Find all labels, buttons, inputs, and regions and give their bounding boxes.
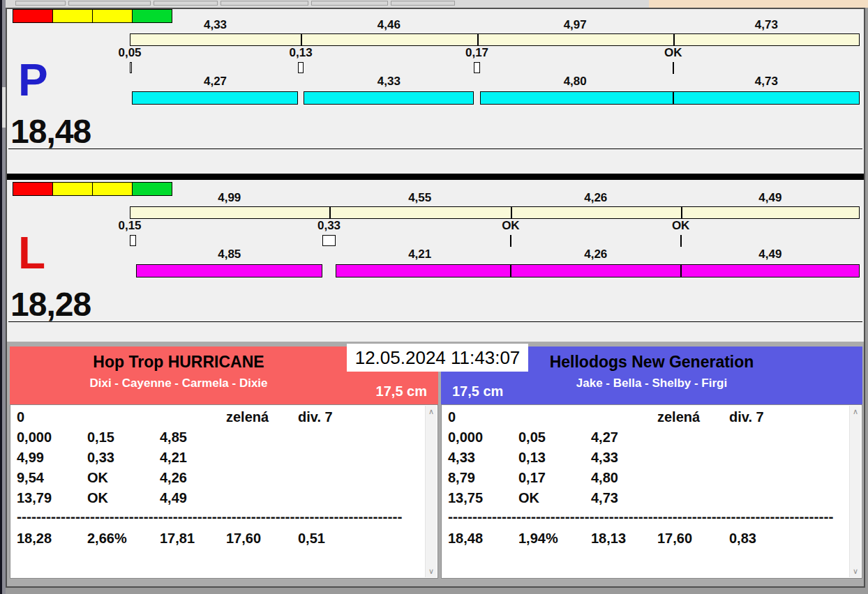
result-cell: OK: [518, 488, 591, 508]
result-cell: zelená: [226, 407, 298, 427]
lane-bar-zone: 4,334,464,974,730,050,130,17OK4,274,334,…: [130, 19, 860, 109]
change-fault-label: OK: [664, 47, 682, 59]
result-cell: 4,80: [591, 468, 657, 488]
result-cell: 0,13: [518, 448, 591, 468]
result-cell: OK: [87, 468, 160, 488]
result-row: 0zelenádiv. 7: [448, 407, 846, 427]
jump-height: 17,5 cm: [376, 383, 427, 399]
result-cell: [657, 468, 729, 488]
traffic-light-box: [92, 9, 133, 23]
totals-row: 18,481,94%18,1317,600,83: [448, 528, 846, 549]
totals-cell: 17,60: [657, 528, 729, 549]
net-time-label: 4,33: [377, 75, 401, 87]
result-cell: [657, 427, 729, 448]
traffic-light-box: [13, 182, 53, 196]
result-cell: [518, 407, 591, 427]
split-time-label: 4,97: [564, 19, 587, 31]
result-cell: 13,75: [448, 488, 518, 508]
result-row: 4,990,334,21: [17, 448, 422, 468]
result-row: 0zelenádiv. 7: [17, 407, 422, 427]
lane-underline: [8, 148, 862, 149]
scroll-down-icon[interactable]: ∨: [426, 568, 437, 575]
run-bar-segment: [136, 264, 323, 277]
split-time-label: 4,26: [584, 192, 607, 204]
result-cell: 0,05: [518, 427, 591, 448]
lane-panel-l: L 18,28 4,994,554,264,490,150,33OKOK4,85…: [7, 182, 864, 345]
result-cell: 4,33: [591, 448, 657, 468]
result-cell: [729, 468, 846, 488]
background-window-area: [649, 0, 868, 8]
totals-cell: 18,28: [17, 528, 87, 549]
split-time-label: 4,49: [758, 192, 781, 204]
change-ok-tick: [673, 62, 674, 74]
result-cell: 9,54: [17, 468, 87, 488]
track-divider: [511, 207, 512, 218]
background-scrollbar[interactable]: [0, 0, 6, 594]
team-dogs: Dixi - Cayenne - Carmela - Dixie: [10, 376, 438, 390]
change-fault-label: 0,33: [317, 220, 341, 231]
change-fault-tick: [474, 62, 481, 73]
result-row: 0,0000,154,85: [17, 427, 422, 448]
result-cell: 4,26: [160, 468, 226, 488]
traffic-light-box: [92, 182, 133, 196]
result-cell: [226, 488, 298, 508]
run-bar-segment: [681, 264, 860, 277]
track-divider: [477, 34, 479, 45]
split-time-label: 4,46: [377, 19, 401, 31]
result-cell: 0: [17, 407, 87, 427]
jump-height: 17,5 cm: [452, 383, 503, 399]
timestamp: 12.05.2024 11:43:07: [347, 344, 528, 372]
result-cell: 4,27: [591, 427, 657, 448]
change-fault-tick: [130, 62, 132, 73]
result-cell: [226, 427, 298, 448]
result-cell: 0,000: [448, 427, 518, 448]
run-bar-segment: [480, 91, 673, 105]
results-table[interactable]: 0zelenádiv. 70,0000,154,854,990,334,219,…: [10, 404, 438, 579]
result-row: 9,54OK4,26: [17, 468, 422, 488]
scroll-up-icon[interactable]: ∧: [426, 408, 437, 416]
table-scrollbar[interactable]: ∧ ∨: [849, 406, 861, 577]
team-dogs: Jake - Bella - Shelby - Firgi: [441, 376, 862, 390]
scroll-up-icon[interactable]: ∧: [850, 408, 861, 416]
result-cell: [226, 448, 298, 468]
result-cell: 0: [448, 407, 518, 427]
result-row: 13,79OK4,49: [17, 488, 422, 508]
result-cell: [298, 488, 422, 508]
results-table[interactable]: 0zelenádiv. 70,0000,054,274,330,134,338,…: [441, 404, 862, 579]
background-toolbar-segment: [68, 1, 151, 6]
net-time-label: 4,80: [564, 75, 587, 87]
scroll-down-icon[interactable]: ∨: [850, 568, 861, 575]
result-cell: 4,85: [160, 427, 226, 448]
totals-cell: 17,60: [226, 528, 298, 549]
change-fault-label: OK: [502, 220, 520, 231]
net-time-label: 4,85: [218, 248, 241, 260]
table-scrollbar[interactable]: ∧ ∨: [425, 406, 437, 577]
result-cell: div. 7: [729, 407, 846, 427]
split-track: [130, 206, 860, 219]
split-time-label: 4,33: [204, 19, 227, 31]
result-row: 8,790,174,80: [448, 468, 846, 488]
result-cell: 8,79: [448, 468, 518, 488]
change-fault-label: 0,05: [118, 47, 141, 59]
result-cell: 0,15: [87, 427, 160, 448]
lane-letter: P: [18, 58, 48, 102]
totals-cell: 18,13: [591, 528, 657, 549]
background-toolbar-strip: [6, 0, 649, 8]
background-toolbar-segment: [391, 1, 455, 6]
team-panel-right: Hellodogs New Generation Jake - Bella - …: [441, 346, 862, 579]
scoreboard-window: P 18,48 4,334,464,974,730,050,130,17OK4,…: [6, 8, 865, 588]
lane-divider: [7, 174, 864, 180]
result-cell: 4,33: [448, 448, 518, 468]
run-bar-segment: [336, 264, 511, 277]
result-cell: [729, 488, 846, 508]
lane-bar-zone: 4,994,554,264,490,150,33OKOK4,854,214,26…: [130, 192, 860, 282]
result-cell: 4,73: [591, 488, 657, 508]
traffic-light-box: [13, 9, 53, 23]
background-toolbar-segment: [311, 1, 388, 6]
result-cell: zelená: [657, 407, 729, 427]
background-toolbar-segment: [220, 1, 308, 6]
net-time-label: 4,27: [204, 75, 227, 87]
split-time-label: 4,99: [218, 192, 241, 204]
track-divider: [681, 207, 682, 218]
totals-cell: 0,51: [298, 528, 422, 549]
